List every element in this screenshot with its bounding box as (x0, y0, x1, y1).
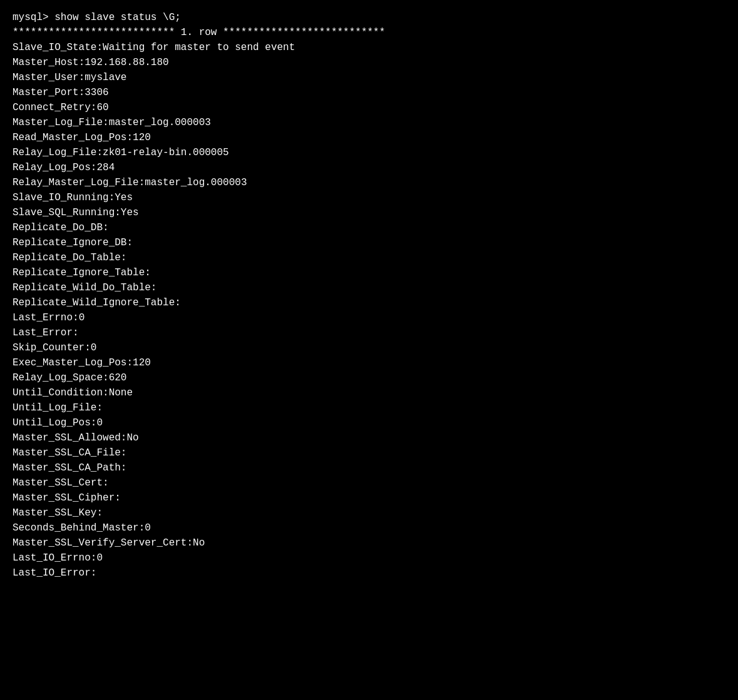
row-value: 60 (96, 100, 108, 115)
row-colon: : (96, 505, 103, 520)
row-colon: : (126, 235, 133, 250)
table-row: Relay_Log_File: zk01-relay-bin.000005 (13, 145, 725, 160)
row-colon: : (103, 370, 109, 385)
row-colon: : (126, 130, 133, 145)
row-colon: : (79, 70, 85, 85)
table-row: Master_SSL_Cipher: (13, 490, 725, 505)
row-colon: : (103, 220, 109, 235)
table-row: Slave_SQL_Running: Yes (13, 205, 725, 220)
row-label: Replicate_Ignore_Table (13, 265, 145, 280)
row-colon: : (91, 415, 97, 430)
row-label: Connect_Retry (13, 100, 91, 115)
row-label: Relay_Master_Log_File (13, 175, 139, 190)
table-row: Relay_Log_Space: 620 (13, 370, 725, 385)
row-colon: : (121, 445, 127, 460)
row-colon: : (91, 550, 97, 566)
table-row: Seconds_Behind_Master: 0 (13, 520, 725, 535)
row-colon: : (187, 535, 193, 550)
row-label: Until_Condition (13, 385, 103, 400)
row-label: Read_Master_Log_Pos (13, 130, 126, 145)
row-label: Relay_Log_File (13, 145, 96, 160)
table-row: Master_Port: 3306 (13, 85, 725, 100)
row-label: Last_IO_Errno (13, 550, 91, 566)
row-label: Slave_SQL_Running (13, 205, 115, 220)
row-colon: : (79, 55, 85, 70)
table-row: Replicate_Do_DB: (13, 220, 725, 235)
row-label: Master_SSL_Verify_Server_Cert (13, 535, 187, 550)
row-colon: : (85, 340, 91, 355)
row-colon: : (121, 430, 127, 445)
row-label: Seconds_Behind_Master (13, 520, 139, 535)
row-colon: : (96, 145, 103, 160)
row-label: Master_SSL_Allowed (13, 430, 121, 445)
separator-line: *************************** 1. row *****… (13, 25, 725, 40)
row-value: 284 (96, 160, 115, 175)
table-row: Last_IO_Error: (13, 566, 725, 581)
row-colon: : (73, 310, 79, 325)
row-colon: : (151, 280, 157, 295)
row-label: Master_SSL_Cipher (13, 490, 115, 505)
table-row: Skip_Counter: 0 (13, 340, 725, 355)
row-label: Master_User (13, 70, 79, 85)
row-label: Relay_Log_Pos (13, 160, 91, 175)
row-colon: : (109, 190, 115, 205)
row-label: Replicate_Wild_Ignore_Table (13, 295, 175, 310)
table-row: Master_Host: 192.168.88.180 (13, 55, 725, 70)
row-label: Replicate_Ignore_DB (13, 235, 126, 250)
table-row: Master_SSL_Cert: (13, 475, 725, 490)
row-colon: : (73, 325, 79, 340)
row-value: 120 (133, 355, 151, 370)
row-colon: : (126, 355, 133, 370)
row-value: master_log.000003 (109, 115, 211, 130)
row-colon: : (121, 250, 127, 265)
table-row: Last_IO_Errno: 0 (13, 550, 725, 566)
table-row: Until_Log_File: (13, 400, 725, 415)
row-label: Slave_IO_Running (13, 190, 109, 205)
table-row: Replicate_Do_Table: (13, 250, 725, 265)
row-value: No (193, 535, 205, 550)
table-row: Until_Log_Pos: 0 (13, 415, 725, 430)
row-colon: : (139, 175, 145, 190)
row-value: Yes (121, 205, 139, 220)
row-value: None (109, 385, 133, 400)
table-row: Slave_IO_State: Waiting for master to se… (13, 40, 725, 55)
table-row: Last_Error: (13, 325, 725, 340)
row-colon: : (103, 475, 109, 490)
row-value: 120 (133, 130, 151, 145)
row-label: Last_Error (13, 325, 73, 340)
table-row: Exec_Master_Log_Pos: 120 (13, 355, 725, 370)
table-row: Connect_Retry: 60 (13, 100, 725, 115)
table-row: Relay_Log_Pos: 284 (13, 160, 725, 175)
row-label: Replicate_Do_DB (13, 220, 103, 235)
row-colon: : (91, 160, 97, 175)
table-row: Relay_Master_Log_File: master_log.000003 (13, 175, 725, 190)
row-value: Yes (115, 190, 133, 205)
table-row: Last_Errno: 0 (13, 310, 725, 325)
table-row: Replicate_Ignore_DB: (13, 235, 725, 250)
row-label: Master_SSL_Key (13, 505, 96, 520)
table-row: Master_SSL_Key: (13, 505, 725, 520)
row-label: Master_SSL_CA_File (13, 445, 121, 460)
row-value: 0 (96, 550, 103, 566)
row-label: Master_Host (13, 55, 79, 70)
row-value: 0 (79, 310, 85, 325)
row-colon: : (91, 566, 97, 581)
row-label: Relay_Log_Space (13, 370, 103, 385)
row-colon: : (175, 295, 181, 310)
row-label: Exec_Master_Log_Pos (13, 355, 126, 370)
terminal-window: mysql> show slave status \G; ***********… (13, 10, 725, 581)
row-colon: : (103, 385, 109, 400)
row-value: 192.168.88.180 (85, 55, 168, 70)
row-colon: : (115, 205, 121, 220)
row-label: Replicate_Wild_Do_Table (13, 280, 151, 295)
row-label: Until_Log_File (13, 400, 96, 415)
row-value: 0 (91, 340, 97, 355)
row-colon: : (145, 265, 151, 280)
row-value: 620 (109, 370, 127, 385)
row-value: 3306 (85, 85, 108, 100)
row-value: 0 (96, 415, 103, 430)
table-row: Replicate_Wild_Do_Table: (13, 280, 725, 295)
table-row: Read_Master_Log_Pos: 120 (13, 130, 725, 145)
row-colon: : (115, 490, 121, 505)
table-row: Master_SSL_CA_File: (13, 445, 725, 460)
